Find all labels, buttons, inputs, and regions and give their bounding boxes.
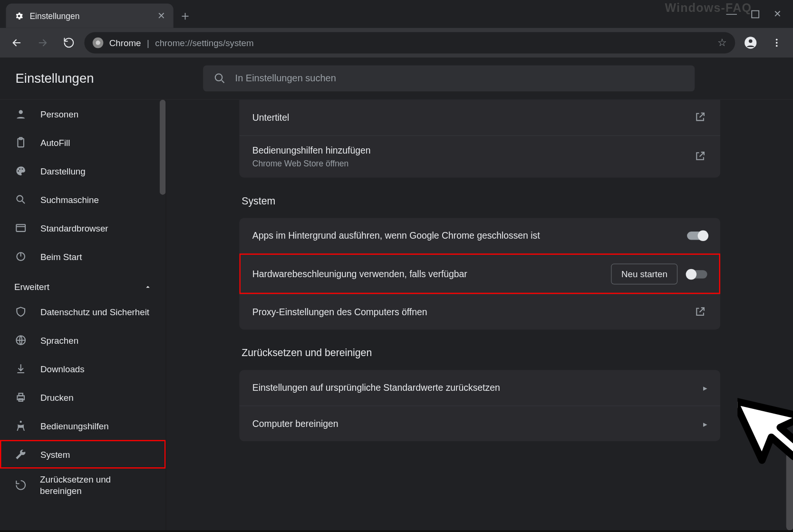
browser-icon bbox=[14, 222, 27, 234]
row-title: Proxy-Einstellungen des Computers öffnen bbox=[252, 307, 685, 317]
row-subtitle: Chrome Web Store öffnen bbox=[252, 158, 685, 168]
toggle-hardware-accel[interactable] bbox=[687, 270, 707, 278]
restart-button[interactable]: Neu starten bbox=[611, 264, 677, 285]
person-icon bbox=[14, 107, 27, 120]
printer-icon bbox=[14, 391, 27, 404]
power-icon bbox=[14, 250, 27, 263]
svg-point-7 bbox=[19, 110, 23, 114]
system-card: Apps im Hintergrund ausführen, wenn Goog… bbox=[239, 218, 720, 329]
sidebar-item-label: Downloads bbox=[40, 364, 85, 374]
close-tab-icon[interactable]: ✕ bbox=[157, 10, 165, 21]
toolbar: Chrome | chrome://settings/system ☆ bbox=[0, 28, 793, 58]
forward-button[interactable] bbox=[32, 32, 53, 53]
row-title: Bedienungshilfen hinzufügen bbox=[252, 145, 685, 156]
reset-card: Einstellungen auf ursprüngliche Standard… bbox=[239, 370, 720, 441]
sidebar-item-privacy[interactable]: Datenschutz und Sicherheit bbox=[0, 298, 165, 326]
row-subtitles[interactable]: Untertitel bbox=[239, 100, 720, 135]
back-button[interactable] bbox=[6, 32, 27, 53]
sidebar-item-label: Drucken bbox=[40, 392, 74, 402]
sidebar-item-label: Zurücksetzen und bereinigen bbox=[40, 474, 151, 497]
chevron-right-icon: ▸ bbox=[703, 383, 707, 393]
menu-button[interactable] bbox=[766, 32, 787, 53]
svg-point-11 bbox=[19, 168, 20, 170]
sidebar-item-label: Personen bbox=[40, 109, 78, 119]
search-icon bbox=[14, 193, 27, 206]
palette-icon bbox=[14, 164, 27, 177]
row-background-apps[interactable]: Apps im Hintergrund ausführen, wenn Goog… bbox=[239, 218, 720, 253]
tab-title: Einstellungen bbox=[29, 11, 151, 20]
svg-point-5 bbox=[776, 45, 778, 47]
svg-point-10 bbox=[18, 170, 19, 172]
sidebar-item-system[interactable]: System bbox=[0, 440, 165, 469]
row-hardware-accel[interactable]: Hardwarebeschleunigung verwenden, falls … bbox=[239, 253, 720, 294]
svg-point-12 bbox=[21, 168, 23, 170]
sidebar-item-autofill[interactable]: AutoFill bbox=[0, 128, 165, 157]
svg-point-3 bbox=[776, 39, 778, 40]
row-reset-defaults[interactable]: Einstellungen auf ursprüngliche Standard… bbox=[239, 370, 720, 406]
bookmark-star-icon[interactable]: ☆ bbox=[717, 36, 727, 49]
accessibility-icon bbox=[14, 419, 27, 432]
row-proxy[interactable]: Proxy-Einstellungen des Computers öffnen bbox=[239, 294, 720, 329]
download-icon bbox=[14, 362, 27, 375]
row-title: Hardwarebeschleunigung verwenden, falls … bbox=[252, 269, 602, 279]
settings-header: Einstellungen bbox=[0, 58, 793, 99]
row-title: Untertitel bbox=[252, 112, 685, 123]
reload-button[interactable] bbox=[58, 32, 79, 53]
omnibox[interactable]: Chrome | chrome://settings/system ☆ bbox=[84, 32, 735, 53]
open-external-icon bbox=[694, 306, 707, 319]
shield-icon bbox=[14, 305, 27, 318]
row-add-accessibility[interactable]: Bedienungshilfen hinzufügen Chrome Web S… bbox=[239, 135, 720, 178]
titlebar: Einstellungen ✕ ＋ Windows-FAQ — ✕ bbox=[0, 0, 793, 28]
sidebar-item-languages[interactable]: Sprachen bbox=[0, 326, 165, 355]
maximize-icon[interactable] bbox=[751, 10, 759, 18]
sidebar-item-label: System bbox=[40, 449, 70, 459]
sidebar-scrollbar[interactable] bbox=[160, 100, 165, 531]
omnibox-separator: | bbox=[147, 38, 149, 48]
sidebar-item-accessibility[interactable]: Bedienungshilfen bbox=[0, 412, 165, 440]
main-scrollbar[interactable] bbox=[786, 100, 793, 531]
new-tab-button[interactable]: ＋ bbox=[174, 3, 197, 28]
sidebar-item-search[interactable]: Suchmaschine bbox=[0, 185, 165, 214]
browser-tab[interactable]: Einstellungen ✕ bbox=[6, 3, 173, 28]
sidebar-item-onstartup[interactable]: Beim Start bbox=[0, 242, 165, 271]
row-title: Apps im Hintergrund ausführen, wenn Goog… bbox=[252, 231, 677, 241]
settings-main: Untertitel Bedienungshilfen hinzufügen C… bbox=[166, 100, 793, 531]
svg-rect-0 bbox=[752, 10, 759, 18]
svg-point-2 bbox=[749, 39, 753, 43]
sidebar-item-label: Beim Start bbox=[40, 251, 82, 261]
svg-point-13 bbox=[17, 195, 22, 201]
watermark: Windows-FAQ bbox=[665, 1, 752, 15]
row-cleanup[interactable]: Computer bereinigen ▸ bbox=[239, 406, 720, 441]
chrome-icon bbox=[93, 38, 103, 48]
restore-icon bbox=[14, 479, 27, 492]
chevron-up-icon bbox=[145, 283, 152, 290]
sidebar-section-advanced[interactable]: Erweitert bbox=[0, 271, 165, 298]
sidebar-item-reset[interactable]: Zurücksetzen und bereinigen bbox=[0, 468, 165, 502]
wrench-icon bbox=[14, 448, 27, 461]
svg-rect-14 bbox=[16, 224, 25, 232]
sidebar-section-label: Erweitert bbox=[14, 281, 49, 291]
sidebar: Personen AutoFill Darstellung Suchmaschi… bbox=[0, 100, 166, 531]
sidebar-item-persons[interactable]: Personen bbox=[0, 100, 165, 128]
toggle-background-apps[interactable] bbox=[687, 232, 707, 240]
sidebar-item-appearance[interactable]: Darstellung bbox=[0, 157, 165, 185]
clipboard-icon bbox=[14, 136, 27, 149]
sidebar-item-default-browser[interactable]: Standardbrowser bbox=[0, 214, 165, 242]
sidebar-item-printing[interactable]: Drucken bbox=[0, 383, 165, 412]
open-external-icon bbox=[694, 111, 707, 124]
profile-button[interactable] bbox=[740, 32, 761, 53]
globe-icon bbox=[14, 334, 27, 347]
search-icon bbox=[214, 72, 226, 84]
accessibility-card: Untertitel Bedienungshilfen hinzufügen C… bbox=[239, 100, 720, 178]
page-title: Einstellungen bbox=[15, 71, 94, 86]
section-head-reset: Zurücksetzen und bereinigen bbox=[242, 348, 718, 359]
svg-rect-18 bbox=[19, 393, 23, 396]
section-head-system: System bbox=[242, 195, 718, 207]
row-title: Computer bereinigen bbox=[252, 418, 694, 429]
settings-search[interactable] bbox=[203, 65, 695, 91]
search-input[interactable] bbox=[234, 72, 684, 84]
sidebar-item-label: Bedienungshilfen bbox=[40, 421, 109, 431]
svg-point-6 bbox=[215, 74, 222, 81]
close-window-icon[interactable]: ✕ bbox=[774, 8, 781, 19]
sidebar-item-downloads[interactable]: Downloads bbox=[0, 355, 165, 383]
